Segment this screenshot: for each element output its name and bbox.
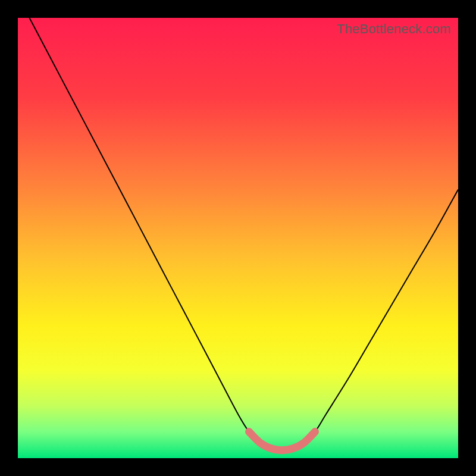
chart-frame: TheBottleneck.com <box>0 0 476 476</box>
curve-overlay <box>18 18 458 458</box>
plot-area: TheBottleneck.com <box>18 18 458 458</box>
bottleneck-curve <box>18 18 458 450</box>
valley-highlight <box>249 432 315 450</box>
